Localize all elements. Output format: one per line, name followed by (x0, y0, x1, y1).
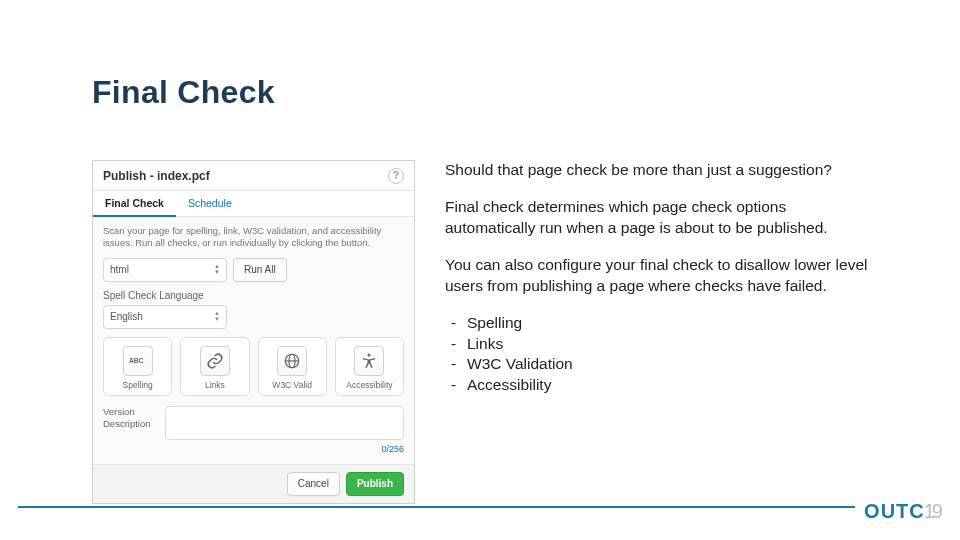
output-row: html ▲▼ Run All (103, 258, 404, 282)
abc-icon: ABC (123, 346, 153, 376)
cancel-button[interactable]: Cancel (287, 472, 340, 496)
dialog-description: Scan your page for spelling, link, W3C v… (103, 225, 404, 250)
version-description-input[interactable] (165, 406, 404, 440)
publish-label: Publish (357, 478, 393, 489)
updown-icon: ▲▼ (214, 311, 220, 322)
dialog-screenshot: Publish - index.pcf ? Final Check Schedu… (92, 160, 415, 504)
link-icon (200, 346, 230, 376)
tile-label: W3C Valid (272, 380, 312, 390)
publish-dialog: Publish - index.pcf ? Final Check Schedu… (92, 160, 415, 504)
dialog-title: Publish - index.pcf (103, 169, 210, 183)
brand-text: OUTC (864, 500, 925, 523)
publish-button[interactable]: Publish (346, 472, 404, 496)
accessibility-icon (354, 346, 384, 376)
help-icon[interactable]: ? (388, 168, 404, 184)
tile-spelling[interactable]: ABC Spelling (103, 337, 172, 396)
slide: Final Check Publish - index.pcf ? Final … (0, 0, 960, 540)
list-item: Spelling (467, 313, 880, 334)
version-labels: Version Description (103, 406, 157, 431)
spellcheck-section-label: Spell Check Language (103, 290, 404, 301)
content-row: Publish - index.pcf ? Final Check Schedu… (92, 160, 880, 504)
tile-accessibility[interactable]: Accessibility (335, 337, 404, 396)
tile-label: Spelling (123, 380, 153, 390)
check-tiles: ABC Spelling Links (103, 337, 404, 396)
svg-point-3 (368, 353, 371, 356)
version-row: Version Description (103, 406, 404, 440)
dialog-tabs: Final Check Schedule (93, 191, 414, 217)
slide-title: Final Check (92, 74, 275, 111)
char-count: 0/256 (103, 444, 404, 454)
version-label-1: Version (103, 406, 157, 418)
dialog-body: Scan your page for spelling, link, W3C v… (93, 217, 414, 464)
svg-text:ABC: ABC (129, 357, 144, 364)
paragraph-1: Should that page check be more than just… (445, 160, 880, 181)
cancel-label: Cancel (298, 478, 329, 489)
list-item: Links (467, 334, 880, 355)
run-all-button[interactable]: Run All (233, 258, 287, 282)
output-select[interactable]: html ▲▼ (103, 258, 227, 282)
footer-rule (18, 506, 855, 508)
globe-icon (277, 346, 307, 376)
tile-label: Accessibility (346, 380, 392, 390)
spellcheck-row: English ▲▼ (103, 305, 404, 329)
bullet-list: Spelling Links W3C Validation Accessibil… (445, 313, 880, 397)
tab-final-check[interactable]: Final Check (93, 191, 176, 217)
output-select-value: html (110, 264, 129, 275)
dialog-footer: Cancel Publish (93, 464, 414, 503)
tile-links[interactable]: Links (180, 337, 249, 396)
tile-label: Links (205, 380, 225, 390)
version-label-2: Description (103, 418, 157, 430)
text-column: Should that page check be more than just… (445, 160, 880, 504)
page-number: 19 (924, 500, 940, 523)
run-all-label: Run All (244, 264, 276, 275)
list-item: W3C Validation (467, 354, 880, 375)
dialog-header: Publish - index.pcf ? (93, 161, 414, 191)
spellcheck-language-select[interactable]: English ▲▼ (103, 305, 227, 329)
paragraph-3: You can also configure your final check … (445, 255, 880, 297)
paragraph-2: Final check determines which page check … (445, 197, 880, 239)
spellcheck-language-value: English (110, 311, 143, 322)
footer-brand: OUTC19 (864, 500, 940, 523)
updown-icon: ▲▼ (214, 264, 220, 275)
tile-w3c[interactable]: W3C Valid (258, 337, 327, 396)
tab-schedule[interactable]: Schedule (176, 191, 244, 216)
list-item: Accessibility (467, 375, 880, 396)
